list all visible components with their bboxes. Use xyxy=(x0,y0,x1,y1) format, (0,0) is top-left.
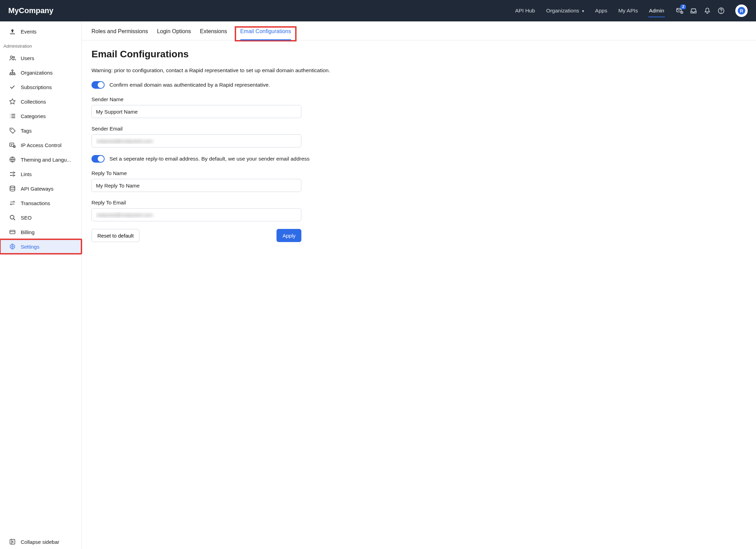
top-nav: API Hub Organizations ▾ Apps My APIs Adm… xyxy=(514,1,665,20)
tab-roles[interactable]: Roles and Permissions xyxy=(91,28,148,40)
tab-email-configurations[interactable]: Email Configurations xyxy=(235,26,297,41)
replyto-toggle-label: Set a seperate reply-to email address. B… xyxy=(109,156,310,162)
message-settings-icon[interactable]: 2 xyxy=(676,7,684,15)
upload-icon xyxy=(9,28,16,35)
users-icon xyxy=(9,55,16,61)
lints-icon xyxy=(9,171,16,177)
sidebar-item-label: SEO xyxy=(21,215,32,221)
collapse-icon xyxy=(9,538,16,545)
sidebar-item-label: Collapse sidebar xyxy=(21,539,59,545)
apply-button[interactable]: Apply xyxy=(277,229,301,242)
sidebar-item-label: Categories xyxy=(21,113,46,119)
help-icon[interactable] xyxy=(717,7,725,15)
confirm-domain-label: Confirm email domain was authenticated b… xyxy=(109,82,270,88)
sidebar-item-billing[interactable]: Billing xyxy=(0,225,81,239)
sender-email-input[interactable] xyxy=(91,134,301,147)
nav-apps[interactable]: Apps xyxy=(594,1,608,20)
sidebar-item-ip-access[interactable]: IP Access Control xyxy=(0,138,81,152)
star-icon xyxy=(9,98,16,105)
nav-organizations-label: Organizations xyxy=(546,8,579,13)
list-icon xyxy=(9,113,16,119)
reset-button[interactable]: Reset to default xyxy=(91,229,139,242)
bell-icon[interactable] xyxy=(704,7,711,15)
search-icon xyxy=(9,214,16,221)
nav-api-hub[interactable]: API Hub xyxy=(514,1,536,20)
sidebar-item-label: Lints xyxy=(21,171,32,177)
sidebar-item-users[interactable]: Users xyxy=(0,51,81,65)
page-title: Email Configurations xyxy=(91,49,390,60)
sidebar-item-label: Billing xyxy=(21,229,35,235)
replyto-toggle[interactable] xyxy=(91,155,105,163)
sidebar-item-label: Theming and Langu... xyxy=(21,157,71,163)
sidebar-item-lints[interactable]: Lints xyxy=(0,167,81,181)
sidebar-collapse[interactable]: Collapse sidebar xyxy=(0,534,81,549)
confirm-domain-toggle[interactable] xyxy=(91,81,105,89)
tabs: Roles and Permissions Login Options Exte… xyxy=(82,21,756,40)
inbox-icon[interactable] xyxy=(690,7,697,15)
replyto-email-label: Reply To Email xyxy=(91,200,390,205)
tag-icon xyxy=(9,127,16,134)
sidebar-item-categories[interactable]: Categories xyxy=(0,109,81,123)
sidebar-item-tags[interactable]: Tags xyxy=(0,123,81,138)
sidebar-item-label: Organizations xyxy=(21,70,53,76)
sidebar-item-label: Users xyxy=(21,55,34,61)
nav-my-apis[interactable]: My APIs xyxy=(618,1,639,20)
header-icons: 2 R xyxy=(676,4,748,17)
tab-extensions[interactable]: Extensions xyxy=(200,28,227,40)
sidebar-item-events[interactable]: Events xyxy=(0,24,81,39)
sidebar: Events Administration Users Organization… xyxy=(0,21,82,549)
main: Roles and Permissions Login Options Exte… xyxy=(82,21,756,549)
sidebar-item-label: Transactions xyxy=(21,200,50,206)
brand-logo[interactable]: MyCompany xyxy=(8,6,54,15)
org-icon xyxy=(9,69,16,76)
replyto-name-input[interactable] xyxy=(91,179,301,192)
sidebar-item-label: Events xyxy=(21,29,37,35)
sidebar-item-transactions[interactable]: Transactions xyxy=(0,196,81,210)
sidebar-item-label: API Gateways xyxy=(21,186,54,192)
sender-name-label: Sender Name xyxy=(91,96,390,102)
chevron-down-icon: ▾ xyxy=(582,9,584,13)
check-icon xyxy=(9,84,16,90)
sidebar-item-settings[interactable]: Settings xyxy=(0,239,81,254)
sidebar-item-label: Subscriptions xyxy=(21,84,52,90)
sender-name-input[interactable] xyxy=(91,105,301,118)
sidebar-item-organizations[interactable]: Organizations xyxy=(0,65,81,80)
nav-admin[interactable]: Admin xyxy=(648,1,665,20)
database-icon xyxy=(9,185,16,192)
sidebar-item-label: Collections xyxy=(21,99,46,105)
replyto-name-label: Reply To Name xyxy=(91,170,390,176)
sidebar-item-label: Settings xyxy=(21,244,39,250)
notification-badge: 2 xyxy=(680,4,686,9)
replyto-email-input[interactable] xyxy=(91,208,301,221)
sidebar-item-seo[interactable]: SEO xyxy=(0,210,81,225)
card-icon xyxy=(9,229,16,235)
sidebar-item-collections[interactable]: Collections xyxy=(0,94,81,109)
sidebar-item-label: IP Access Control xyxy=(21,142,61,148)
gear-icon xyxy=(9,243,16,250)
avatar[interactable]: R xyxy=(735,4,748,17)
sidebar-item-theming[interactable]: Theming and Langu... xyxy=(0,152,81,167)
sidebar-section-administration: Administration xyxy=(0,39,81,51)
transactions-icon xyxy=(9,200,16,206)
sidebar-item-label: Tags xyxy=(21,128,32,134)
globe-icon xyxy=(9,156,16,163)
header: MyCompany API Hub Organizations ▾ Apps M… xyxy=(0,0,756,21)
tab-login-options[interactable]: Login Options xyxy=(157,28,191,40)
warning-text: Warning: prior to configuration, contact… xyxy=(91,67,390,74)
sidebar-item-subscriptions[interactable]: Subscriptions xyxy=(0,80,81,94)
sender-email-label: Sender Email xyxy=(91,126,390,132)
nav-organizations[interactable]: Organizations ▾ xyxy=(545,1,585,20)
sidebar-item-api-gateways[interactable]: API Gateways xyxy=(0,181,81,196)
ip-access-icon xyxy=(9,142,16,148)
